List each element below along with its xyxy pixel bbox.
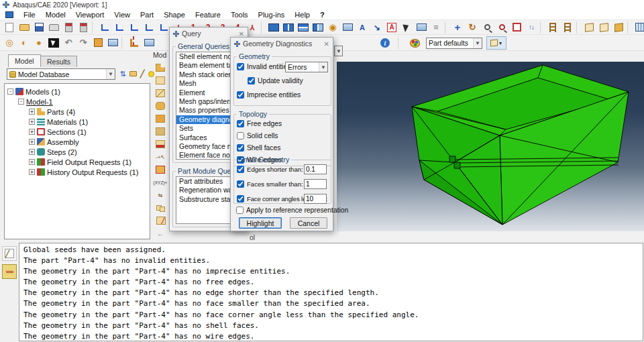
expand-icon[interactable]: +	[29, 159, 35, 165]
circle-solid-icon[interactable]: ●	[32, 36, 46, 50]
face-corner-input[interactable]	[304, 194, 327, 204]
expand-icon[interactable]: +	[29, 149, 35, 155]
tab-model[interactable]: Model	[8, 54, 41, 67]
faces-smaller-input[interactable]	[304, 179, 327, 189]
create-round-icon[interactable]	[153, 100, 168, 112]
tree-item-materials[interactable]: + Materials (1)	[5, 117, 150, 127]
viewport-layout-1-icon[interactable]	[266, 21, 281, 34]
collapse-icon[interactable]: -	[7, 89, 13, 95]
annotation-arrow-icon[interactable]: ↘	[370, 21, 384, 34]
query-info-icon[interactable]: i	[378, 36, 392, 50]
table-monitor-icon[interactable]	[414, 21, 429, 34]
color-code-palette-icon[interactable]	[407, 36, 422, 50]
create-datum-icon[interactable]	[153, 113, 168, 125]
create-wire-icon[interactable]	[153, 164, 168, 176]
select-tool-active-icon[interactable]	[46, 36, 61, 50]
dialog-monitor-icon[interactable]	[105, 36, 120, 50]
edges-shorter-input[interactable]	[304, 164, 327, 174]
tree-item-model-1[interactable]: - Model-1	[5, 97, 150, 107]
geometry-repair-icon[interactable]	[153, 202, 168, 214]
free-edges-checkbox[interactable]	[237, 120, 244, 127]
viewport-layout-2-icon[interactable]	[281, 21, 296, 34]
module-combo-fragment[interactable]: ▼	[334, 46, 343, 56]
partition-cell-icon[interactable]	[153, 125, 168, 137]
axis-custom-icon[interactable]	[142, 21, 156, 34]
solid-cells-checkbox[interactable]	[237, 132, 244, 139]
menu-tools[interactable]: Tools	[231, 11, 248, 19]
axis-xz-icon[interactable]	[112, 21, 127, 34]
print-icon[interactable]	[46, 21, 61, 34]
message-area-button[interactable]: ╱	[2, 246, 17, 261]
tree-item-parts[interactable]: + Parts (4)	[5, 107, 150, 117]
viewport-layout-3-icon[interactable]	[296, 21, 311, 34]
geometry-edit-icon[interactable]: ╱	[153, 215, 168, 227]
invalid-entities-checkbox[interactable]	[237, 63, 244, 70]
viewport-canvas[interactable]	[337, 62, 644, 231]
menu-file[interactable]: File	[23, 11, 36, 19]
diagnostics-dialog-titlebar[interactable]: Geometry Diagnostics ✕	[231, 38, 333, 50]
pan-view-icon[interactable]: +	[450, 21, 465, 34]
menu-view[interactable]: View	[114, 11, 130, 19]
tree-item-assembly[interactable]: + Assembly	[5, 137, 150, 147]
menu-feature[interactable]: Feature	[195, 11, 221, 19]
highlight-button[interactable]: Highlight	[239, 217, 282, 229]
expand-icon[interactable]: +	[29, 169, 35, 175]
upload-tool-icon[interactable]	[61, 21, 76, 34]
collapse-arrow-icon[interactable]: ←	[153, 227, 168, 239]
annotation-text-icon[interactable]: A	[384, 21, 399, 34]
assign-midsurface-icon[interactable]	[153, 138, 168, 150]
app-menu-icon[interactable]	[5, 11, 13, 18]
translate-icon[interactable]: -+↖	[153, 151, 168, 163]
menu-part[interactable]: Part	[140, 11, 154, 19]
menu-plugins[interactable]: Plug-ins	[258, 11, 285, 19]
axis-xy-icon[interactable]	[97, 21, 112, 34]
close-icon[interactable]: ✕	[324, 40, 329, 48]
render-wireframe-icon[interactable]	[582, 21, 596, 34]
cancel-button[interactable]: Cancel	[290, 217, 327, 229]
undo-icon[interactable]: ↶	[61, 36, 76, 50]
edit-dimension-icon[interactable]: ⇆	[153, 189, 168, 201]
pointer-icon[interactable]	[399, 21, 414, 34]
tree-item-field-output[interactable]: + Field Output Requests (1)	[5, 157, 150, 167]
create-part-icon[interactable]	[153, 62, 168, 74]
edit-pencil-icon[interactable]: ╱	[138, 69, 147, 78]
update-validity-checkbox[interactable]	[248, 77, 255, 84]
manager-icon[interactable]	[91, 36, 105, 50]
box-zoom-icon[interactable]	[494, 21, 509, 34]
kernel-command-line-button[interactable]: >>>	[2, 264, 17, 279]
datum-xyz-icon[interactable]: (XYZ)+	[153, 176, 168, 188]
color-code-combo[interactable]: Part defaults ▼	[426, 38, 482, 49]
partition-face-icon[interactable]	[153, 87, 168, 99]
open-database-icon[interactable]	[17, 21, 32, 34]
visualization-cube-icon[interactable]: ▼	[486, 36, 506, 50]
close-icon[interactable]: ✕	[239, 30, 244, 38]
ladder-tool-a-icon[interactable]	[545, 21, 560, 34]
create-solid-cut-icon[interactable]	[153, 74, 168, 87]
render-hidden-icon[interactable]	[596, 21, 611, 34]
new-file-icon[interactable]	[2, 21, 17, 34]
save-database-icon[interactable]	[32, 21, 46, 34]
edges-shorter-checkbox[interactable]	[237, 166, 244, 173]
rotate-view-icon[interactable]: ↻	[465, 21, 480, 34]
viewport-annotation-icon[interactable]	[340, 21, 355, 34]
circle-intersect-icon[interactable]: ◐	[17, 36, 32, 50]
shell-faces-checkbox[interactable]	[237, 144, 244, 152]
view-options-eye-icon[interactable]: ◉	[325, 21, 340, 34]
circle-union-icon[interactable]: ◎	[2, 36, 17, 50]
viewport-layout-4-icon[interactable]	[311, 21, 325, 34]
render-shaded-icon[interactable]	[611, 21, 626, 34]
auto-fit-view-icon[interactable]	[509, 21, 524, 34]
spin-updown-icon[interactable]: ⇅	[118, 69, 127, 78]
menu-model[interactable]: Model	[46, 11, 66, 19]
axis-yz-icon[interactable]	[127, 21, 142, 34]
ladder-tool-b-icon[interactable]	[560, 21, 575, 34]
cycle-views-icon[interactable]: ↑↓	[524, 21, 539, 34]
message-area[interactable]: Global seeds have been assigned. The par…	[19, 243, 643, 341]
expand-icon[interactable]: +	[29, 139, 35, 145]
create-model-icon[interactable]	[128, 69, 138, 78]
tree-item-sections[interactable]: + Sections (1)	[5, 127, 150, 137]
list-options-icon[interactable]: ≡	[429, 21, 443, 34]
redo-icon[interactable]: ↷	[76, 36, 91, 50]
menu-shape[interactable]: Shape	[164, 11, 185, 19]
tree-item-history-output[interactable]: + History Output Requests (1)	[5, 167, 150, 177]
